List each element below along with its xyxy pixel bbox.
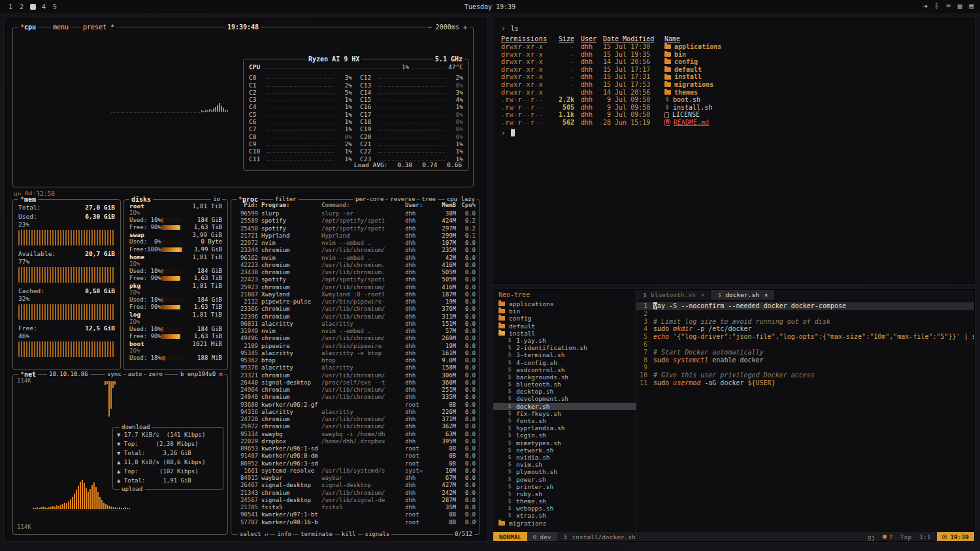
- interval-control[interactable]: — 2000ms +: [426, 23, 469, 31]
- tree-item-theme.sh[interactable]: $theme.sh: [493, 497, 636, 505]
- tab-docker.sh[interactable]: $docker.sh×: [711, 290, 774, 300]
- tree-item-docker.sh[interactable]: $docker.sh: [493, 403, 636, 410]
- process-row[interactable]: 31949nvimnvim --embed .dhh57M0.0: [235, 328, 476, 335]
- keyboard-icon[interactable]: ⌨: [946, 2, 951, 11]
- editor-line-5[interactable]: 5echo '{"log-driver":"json-file","log-op…: [636, 333, 974, 341]
- process-row[interactable]: 89653kworker/u96:1-sdroot0B0.0: [235, 445, 476, 452]
- workspace-3[interactable]: [29, 2, 37, 11]
- process-row[interactable]: 21721HyprlandHyprlanddhh299M0.1: [235, 232, 476, 240]
- network-icon[interactable]: ▤: [969, 2, 973, 11]
- tree-item-bin[interactable]: bin: [493, 307, 636, 315]
- proc-action-info[interactable]: info: [275, 530, 293, 539]
- process-row[interactable]: 96031alacrittyalacrittydhh151M0.0: [235, 321, 476, 328]
- net-option-auto[interactable]: auto: [126, 370, 144, 379]
- process-row[interactable]: 57707kworker/u98:16-broot0B0.0: [235, 519, 476, 526]
- workspace-4[interactable]: 4: [40, 2, 48, 11]
- tree-item-webapps.sh[interactable]: $webapps.sh: [493, 505, 636, 512]
- process-row[interactable]: 1661systemd-resolve/usr/lib/systemd/ssys…: [235, 467, 476, 475]
- tree-item-printer.sh[interactable]: $printer.sh: [493, 483, 636, 490]
- editor-line-6[interactable]: 6: [636, 341, 974, 349]
- process-row[interactable]: 26440signal-desktop/proc/self/exe --tdhh…: [235, 379, 476, 386]
- tree-item-login.sh[interactable]: $login.sh: [493, 432, 636, 439]
- process-row[interactable]: 2109pipewire/usr/bin/pipewiredhh19M0.0: [235, 343, 476, 350]
- tab-close-icon[interactable]: ×: [764, 291, 768, 298]
- process-row[interactable]: 25458spotify/opt/spotify/spotidhh297M0.2: [235, 225, 476, 232]
- editor[interactable]: 1yay -S --noconfirm --needed docker dock…: [636, 300, 974, 532]
- editor-line-4[interactable]: 4sudo mkdir -p /etc/docker: [636, 325, 974, 333]
- process-row[interactable]: 95345alacrittyalacritty -e btopdhh161M0.…: [235, 350, 476, 357]
- process-row[interactable]: 86952kworker/u96:3-sdroot0B0.0: [235, 460, 476, 467]
- editor-line-2[interactable]: 2: [636, 310, 974, 318]
- process-row[interactable]: 25972chromium/usr/lib/chromium/dhh362M0.…: [235, 423, 476, 430]
- tab-close-icon[interactable]: ×: [701, 291, 705, 298]
- tree-item-applications[interactable]: applications: [493, 300, 636, 307]
- cpu-box-title[interactable]: *cpu: [18, 23, 38, 31]
- tree-item-fix-fkeys.sh[interactable]: $fix-fkeys.sh: [493, 410, 636, 417]
- process-row[interactable]: 22029dropbox/home/dhh/.dropboxdhh395M0.0: [235, 438, 476, 445]
- editor-line-10[interactable]: 10# Give this user privileged Docker acc…: [636, 371, 974, 379]
- tree-item-plymouth.sh[interactable]: $plymouth.sh: [493, 468, 636, 475]
- editor-line-1[interactable]: 1yay -S --noconfirm --needed docker dock…: [636, 302, 974, 310]
- process-row[interactable]: 25923chromium/usr/lib/chromium/dhh416M0.…: [235, 284, 476, 291]
- process-row[interactable]: 26467signal-desktopsignal-desktopdhh427M…: [235, 482, 476, 489]
- process-row[interactable]: 24567signal-desktop/usr/lib/signal-dedhh…: [235, 497, 476, 504]
- screencast-icon[interactable]: ⇥: [923, 2, 928, 11]
- process-row[interactable]: 23321chromium/usr/lib/chromium/dhh306M0.…: [235, 372, 476, 379]
- tree-item-migrations[interactable]: migrations: [493, 520, 636, 527]
- tree-item-4-config.sh[interactable]: $4-config.sh: [493, 359, 636, 366]
- mem-box-title[interactable]: *mem: [18, 195, 38, 204]
- tree-item-nvidia.sh[interactable]: $nvidia.sh: [493, 454, 636, 461]
- decrease-interval-icon[interactable]: —: [428, 24, 432, 31]
- workspace-2[interactable]: 2: [18, 2, 25, 11]
- tree-item-nvim.sh[interactable]: $nvim.sh: [493, 461, 636, 468]
- editor-line-7[interactable]: 7# Start Docker automatically: [636, 349, 974, 356]
- process-row[interactable]: 91407kworker/u96:0-dmroot0B0.0: [235, 452, 476, 460]
- process-row[interactable]: 95376alacrittyalacrittydhh158M0.0: [235, 364, 476, 371]
- process-row[interactable]: 93680kworker/u96:2-gfroot0B0.0: [235, 401, 476, 409]
- tree-item-backgrounds.sh[interactable]: $backgrounds.sh: [493, 373, 636, 381]
- process-row[interactable]: 49496chromium/usr/lib/chromium/dhh269M0.…: [235, 335, 476, 342]
- tree-item-development.sh[interactable]: $development.sh: [493, 395, 636, 402]
- editor-line-3[interactable]: 3# Limit log size to avoid running out o…: [636, 318, 974, 326]
- nvim-window[interactable]: Neo-tree applicationsbinconfigdefaultins…: [493, 289, 975, 542]
- process-row[interactable]: 23344chromium/usr/lib/chromium/dhh235M0.…: [235, 247, 476, 254]
- net-option-zero[interactable]: zero: [146, 370, 165, 379]
- process-row[interactable]: 24040chromium/usr/lib/chromium/dhh335M0.…: [235, 394, 476, 401]
- process-row[interactable]: 96162nvimnvim --embed .dhh42M0.0: [235, 255, 476, 262]
- process-row[interactable]: 22972nvimnvim --embed .dhh107M0.0: [235, 240, 476, 247]
- proc-action-signals[interactable]: signals: [363, 530, 392, 539]
- process-row[interactable]: 42223chromium/usr/lib/chromium.dhh416M0.…: [235, 262, 476, 269]
- tree-item-fonts.sh[interactable]: $fonts.sh: [493, 417, 636, 424]
- process-row[interactable]: 90541kworker/u97:1-btroot0B0.0: [235, 511, 476, 518]
- proc-action-kill[interactable]: kill: [340, 530, 358, 539]
- process-row[interactable]: 95362btopbtopdhh9.0M0.0: [235, 357, 476, 364]
- tab-bluetooth.sh[interactable]: $bluetooth.sh×: [636, 290, 711, 300]
- tree-item-xtras.sh[interactable]: $xtras.sh: [493, 512, 636, 519]
- process-row[interactable]: 23438chromium/usr/lib/chromium.dhh505M0.…: [235, 269, 476, 276]
- editor-line-8[interactable]: 8sudo systemctl enable docker: [636, 356, 974, 364]
- preset-button[interactable]: preset *: [81, 23, 116, 31]
- process-row[interactable]: 25589spotify/opt/spotify/spotidhh424M0.2: [235, 217, 476, 225]
- process-row[interactable]: 22396chromium/usr/lib/chromium/dhh311M0.…: [235, 313, 476, 321]
- editor-line-11[interactable]: 11sudo usermod -aG docker ${USER}: [636, 379, 974, 387]
- process-row[interactable]: 21785fcitx5fcitx5dhh35M0.0: [235, 504, 476, 511]
- tree-item-3-terminal.sh[interactable]: $3-terminal.sh: [493, 351, 636, 358]
- btop-window[interactable]: *cpu menu preset * 19:39:48 — 2000ms + R…: [5, 18, 487, 541]
- proc-action-terminate[interactable]: terminate: [299, 530, 335, 539]
- process-row[interactable]: 2112pipewire-pulse/usr/bin/pipewire-dhh1…: [235, 298, 476, 306]
- process-row[interactable]: 95334swaybgswaybg -i /home/dhdhh63M0.0: [235, 431, 476, 438]
- process-row[interactable]: 21343chromium/usr/lib/chromium/dhh242M0.…: [235, 490, 476, 497]
- tree-item-power.sh[interactable]: $power.sh: [493, 476, 636, 483]
- display-icon[interactable]: ▥: [958, 2, 962, 11]
- tree-item-ruby.sh[interactable]: $ruby.sh: [493, 490, 636, 497]
- tree-item-default[interactable]: default: [493, 323, 636, 330]
- scroll-down-icon[interactable]: ↓: [474, 517, 478, 524]
- process-row[interactable]: 84915waybarwaybardhh67M0.0: [235, 475, 476, 482]
- editor-line-9[interactable]: 9: [636, 364, 974, 371]
- net-interface-switch[interactable]: b enp194s0 n: [178, 370, 225, 379]
- prompt-line-current[interactable]: ›: [501, 129, 966, 138]
- terminal-window[interactable]: › ls Permissions Size User Date Modified…: [493, 18, 975, 284]
- process-row[interactable]: 24964chromium/usr/lib/chromium/dhh251M0.…: [235, 386, 476, 394]
- tree-item-network.sh[interactable]: $network.sh: [493, 447, 636, 454]
- workspace-1[interactable]: 1: [7, 2, 14, 11]
